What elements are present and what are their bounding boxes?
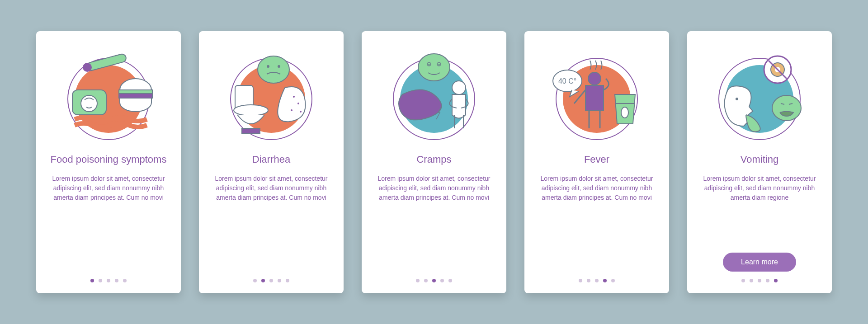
dot[interactable] [750,279,753,282]
svg-point-38 [736,98,738,100]
svg-point-22 [418,54,450,81]
svg-point-14 [234,105,268,116]
svg-point-3 [83,63,92,72]
pagination-dots [579,279,615,282]
card-title: Fever [584,153,609,166]
card-body: Lorem ipsum dolor sit amet, consectetur … [374,174,494,278]
card-body: Lorem ipsum dolor sit amet, consectetur … [700,174,819,252]
svg-point-28 [588,72,601,85]
dot[interactable] [115,279,118,282]
dot[interactable] [440,279,444,282]
dot[interactable] [253,279,257,282]
dot[interactable] [123,279,127,282]
dot[interactable] [424,279,428,282]
svg-point-10 [258,56,289,83]
card-title: Vomiting [741,153,778,166]
onboarding-card-1: Food poisoning symptoms Lorem ipsum dolo… [36,31,181,293]
dot[interactable] [587,279,590,282]
onboarding-card-4: 40 C° Fever Lorem ipsum dolor sit amet, … [524,31,669,293]
svg-point-17 [297,103,299,104]
dot[interactable] [416,279,420,282]
dot[interactable] [595,279,599,282]
svg-rect-29 [585,85,604,110]
dot[interactable] [579,279,582,282]
card-title: Diarrhea [252,153,290,166]
dot[interactable] [278,279,281,282]
dot[interactable] [766,279,769,282]
svg-rect-6 [119,90,152,94]
dot[interactable] [107,279,110,282]
svg-point-11 [267,65,269,68]
dot[interactable] [261,279,265,282]
dot[interactable] [448,279,452,282]
pagination-dots [253,279,289,282]
svg-point-23 [452,81,466,94]
pagination-dots [90,279,127,282]
dot[interactable] [432,279,436,282]
pagination-dots [416,279,452,282]
svg-point-16 [293,96,295,98]
svg-rect-7 [119,94,152,98]
dot[interactable] [603,279,607,282]
svg-point-18 [291,109,292,111]
dot[interactable] [90,279,94,282]
dot[interactable] [99,279,102,282]
onboarding-card-3: Cramps Lorem ipsum dolor sit amet, conse… [362,31,506,293]
onboarding-card-2: Diarrhea Lorem ipsum dolor sit amet, con… [199,31,344,293]
card-title: Food poisoning symptoms [51,153,167,166]
card-title: Cramps [416,153,451,166]
dot[interactable] [774,279,778,282]
svg-text:40 C°: 40 C° [558,77,576,85]
card-body: Lorem ipsum dolor sit amet, consectetur … [212,174,331,278]
dot[interactable] [611,279,615,282]
card-body: Lorem ipsum dolor sit amet, consectetur … [49,174,168,278]
diarrhea-icon [215,45,328,144]
svg-rect-15 [242,128,260,134]
fever-icon: 40 C° [540,45,653,144]
dot[interactable] [758,279,761,282]
pagination-dots [741,279,778,282]
vomiting-icon [703,45,816,144]
dot[interactable] [741,279,745,282]
cramps-icon [377,45,491,144]
dot[interactable] [286,279,289,282]
svg-point-19 [300,111,302,113]
onboarding-card-5: Vomiting Lorem ipsum dolor sit amet, con… [687,31,832,293]
svg-point-31 [621,107,628,118]
dot[interactable] [269,279,273,282]
card-body: Lorem ipsum dolor sit amet, consectetur … [537,174,656,278]
food-poisoning-icon [52,45,165,144]
learn-more-button[interactable]: Learn more [723,253,796,272]
svg-point-39 [772,95,801,121]
svg-point-12 [278,65,280,68]
